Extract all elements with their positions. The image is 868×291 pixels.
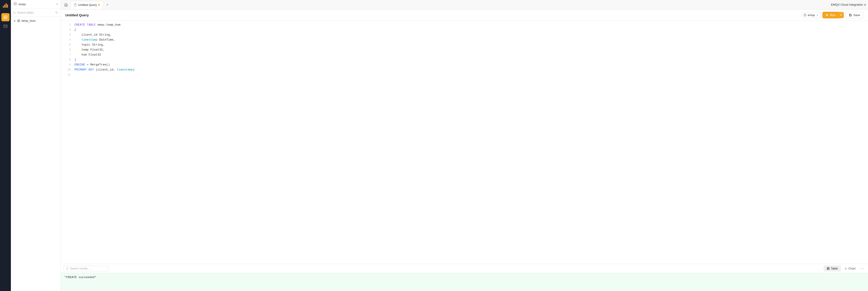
line-number: 1	[64, 23, 71, 27]
line-number: 10	[64, 68, 71, 72]
db-selector-name: emqx	[808, 13, 815, 17]
home-button[interactable]	[63, 1, 69, 8]
refresh-tables-button[interactable]: ↻	[55, 10, 58, 15]
query-tab-icon	[74, 3, 77, 6]
svg-point-11	[804, 14, 806, 14]
svg-rect-0	[4, 15, 7, 19]
workspace-header: Untitled Query emqx ∨ Run ▾ Save	[61, 9, 868, 21]
line-content: topic String,	[74, 43, 104, 47]
svg-line-6	[15, 13, 16, 13]
results-more-button[interactable]: ⋯	[859, 265, 865, 271]
sidebar-item-messages[interactable]	[1, 22, 9, 30]
svg-point-4	[14, 2, 17, 3]
view-table-label: Table	[831, 267, 838, 270]
app-logo	[2, 2, 9, 9]
results-search-icon	[66, 267, 69, 270]
line-content: CREATE TABLE emqx.temp_hum	[74, 23, 121, 28]
chart-view-icon	[844, 267, 847, 270]
home-icon	[64, 3, 68, 7]
code-line: 5 topic String,	[61, 43, 868, 47]
save-button-label: Save	[853, 13, 860, 17]
results-area: Table Chart ⋯ "CREATE succeeded"	[61, 264, 868, 291]
run-button[interactable]: Run	[823, 12, 839, 18]
list-item[interactable]: ▶ temp_hum	[11, 18, 61, 24]
result-success-message: "CREATE succeeded"	[64, 276, 96, 279]
code-editor[interactable]: 1CREATE TABLE emqx.temp_hum2(3 client_id…	[61, 21, 868, 264]
workspace-actions: emqx ∨ Run ▾ Save	[801, 12, 864, 19]
code-line: 6 temp Float32,	[61, 47, 868, 52]
line-content: hum Float32	[74, 52, 101, 57]
main-area: Untitled Query + EMQX Cloud Integration …	[61, 0, 868, 291]
line-content: temp Float32,	[74, 47, 104, 52]
svg-point-5	[13, 11, 16, 13]
sidebar: emqx ▾ ↻ ▶ temp_hum	[11, 0, 61, 291]
line-number: 7	[64, 52, 71, 57]
run-button-label: Run	[830, 13, 836, 17]
code-line: 7 hum Float32	[61, 52, 868, 58]
table-icon	[17, 19, 20, 22]
add-tab-button[interactable]: +	[104, 2, 111, 8]
svg-rect-7	[18, 20, 20, 22]
run-icon	[826, 13, 829, 16]
svg-line-14	[68, 269, 68, 269]
activity-bar	[0, 0, 11, 291]
line-number: 2	[64, 28, 71, 32]
cloud-integration-text: EMQX Cloud Integration	[831, 3, 863, 6]
code-line: 1CREATE TABLE emqx.temp_hum	[61, 23, 868, 28]
code-line: 3 client_id String,	[61, 33, 868, 38]
line-content: )	[74, 58, 76, 62]
sidebar-search-bar: ↻	[11, 9, 61, 17]
results-search-bar	[64, 266, 109, 271]
svg-point-13	[66, 267, 68, 269]
code-line: 10PRIMARY KEY (client_id, timestamp)	[61, 68, 868, 73]
svg-marker-12	[826, 14, 828, 16]
topbar-right: EMQX Cloud Integration ∨	[831, 3, 866, 6]
results-toolbar: Table Chart ⋯	[61, 264, 868, 273]
results-view-switcher: Table Chart ⋯	[824, 265, 865, 271]
line-number: 8	[64, 58, 71, 62]
table-name-label: temp_hum	[22, 19, 35, 23]
line-content: (	[74, 28, 76, 32]
topbar: Untitled Query + EMQX Cloud Integration …	[61, 0, 868, 9]
sidebar-item-tables[interactable]	[1, 13, 9, 21]
editor-area: 1CREATE TABLE emqx.temp_hum2(3 client_id…	[61, 21, 868, 291]
tree-expand-arrow-icon: ▶	[14, 20, 16, 22]
line-number: 4	[64, 38, 71, 42]
save-button[interactable]: Save	[845, 12, 864, 19]
code-line: 11	[61, 73, 868, 77]
line-content: PRIMARY KEY (client_id, timestamp)	[74, 68, 134, 72]
code-line: 2(	[61, 28, 868, 33]
line-number: 6	[64, 47, 71, 52]
results-search-input[interactable]	[70, 267, 104, 270]
svg-rect-15	[827, 267, 830, 270]
tab-unsaved-dot	[98, 4, 100, 6]
view-table-button[interactable]: Table	[824, 266, 841, 271]
code-line: 4 timestamp DateTime,	[61, 38, 868, 43]
line-number: 9	[64, 63, 71, 67]
table-view-icon	[827, 267, 830, 270]
run-button-group: Run ▾	[823, 12, 844, 19]
line-number: 5	[64, 43, 71, 47]
line-content: timestamp DateTime,	[74, 38, 115, 42]
db-icon	[13, 2, 17, 6]
search-tables-input[interactable]	[17, 11, 54, 14]
line-content: ENGINE = MergeTree()	[74, 63, 110, 67]
save-icon	[849, 13, 852, 16]
view-chart-button[interactable]: Chart	[841, 266, 859, 271]
line-number: 3	[64, 33, 71, 37]
cloud-integration-link[interactable]: EMQX Cloud Integration ∨	[831, 3, 866, 6]
run-dropdown-button[interactable]: ▾	[838, 12, 843, 18]
result-content: "CREATE succeeded"	[61, 273, 868, 291]
run-dropdown-arrow-icon: ▾	[840, 13, 842, 16]
sidebar-db-header[interactable]: emqx ▾	[11, 0, 61, 9]
sidebar-table-list: ▶ temp_hum	[11, 17, 61, 291]
line-number: 11	[64, 73, 71, 77]
query-tab[interactable]: Untitled Query	[70, 1, 103, 9]
workspace-title: Untitled Query	[65, 13, 89, 17]
sidebar-db-arrow-icon: ▾	[57, 3, 58, 6]
db-selector-arrow-icon: ∨	[816, 14, 818, 16]
db-selector[interactable]: emqx ∨	[801, 12, 820, 18]
tab-label: Untitled Query	[78, 3, 97, 7]
db-selector-icon	[804, 13, 807, 16]
line-content: client_id String,	[74, 33, 112, 37]
